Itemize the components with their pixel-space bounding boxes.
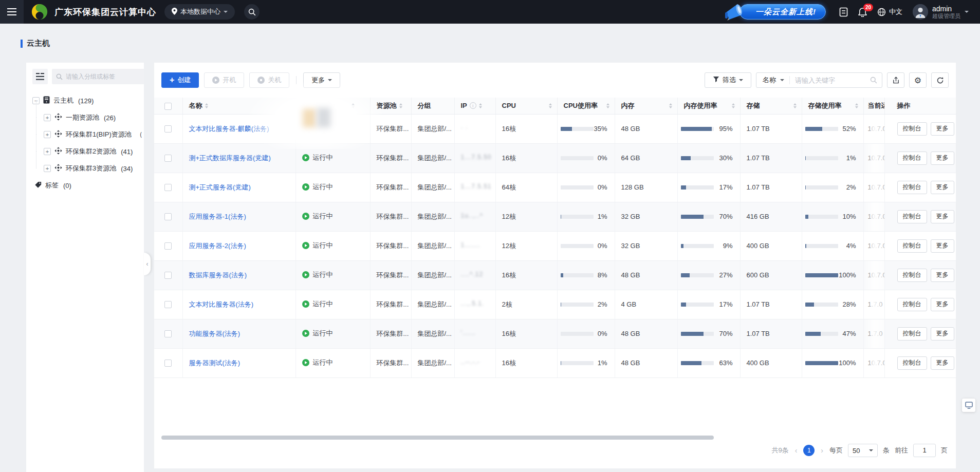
row-more-button[interactable]: 更多 [931,327,954,341]
vm-name-link[interactable]: 功能服务器(法务) [189,330,241,337]
row-more-button[interactable]: 更多 [931,239,954,253]
console-button[interactable]: 控制台 [897,327,927,341]
tree-node-cloud-hosts[interactable]: − 云主机 (129) [32,96,138,106]
power-on-button[interactable]: 开机 [204,72,244,88]
sort-icon[interactable] [855,103,858,108]
search-icon[interactable] [870,77,882,84]
vm-name-link[interactable]: 应用服务器-2(法务) [189,242,246,250]
column-header-memory[interactable]: 内存 [615,98,677,114]
vm-name-link[interactable]: 应用服务器-1(法务) [189,213,246,220]
row-checkbox[interactable] [164,301,172,308]
row-more-button[interactable]: 更多 [931,181,954,194]
console-button[interactable]: 控制台 [897,269,927,282]
menu-toggle-button[interactable] [0,0,24,24]
column-header-cpu-usage[interactable]: CPU使用率 [557,98,615,114]
document-icon[interactable] [839,7,848,17]
sort-icon[interactable] [549,103,552,108]
page-size-select[interactable]: 50 [848,444,878,457]
row-more-button[interactable]: 更多 [931,210,954,223]
current-page-button[interactable]: 1 [803,445,815,456]
console-float-button[interactable] [962,399,975,412]
sort-icon[interactable] [205,103,208,108]
export-button[interactable] [887,72,904,88]
sort-icon[interactable] [732,103,735,108]
tree-node-pool-4[interactable]: + 环保集群3资源池 (34) [44,163,138,174]
console-button[interactable]: 控制台 [897,356,927,370]
more-actions-button[interactable]: 更多 [303,72,340,88]
row-checkbox[interactable] [164,184,172,191]
column-header-pool[interactable]: 资源池 [370,98,411,114]
refresh-button[interactable] [931,72,949,88]
column-header-ip[interactable]: IPi [454,98,495,114]
select-all-checkbox[interactable] [164,103,172,110]
next-page-button[interactable]: › [820,446,824,455]
tree-node-pool-2[interactable]: + 环保集群1(BIP)资源池 （ [44,129,138,140]
tree-node-tags[interactable]: 标签 (0) [34,180,138,191]
power-off-button[interactable]: 关机 [249,72,289,88]
console-button[interactable]: 控制台 [897,152,927,165]
prev-page-button[interactable]: ‹ [794,446,799,455]
row-more-button[interactable]: 更多 [931,152,954,165]
row-more-button[interactable]: 更多 [931,356,954,370]
vm-name-link[interactable]: 数据库服务器(法务) [189,271,247,279]
row-checkbox[interactable] [164,125,172,133]
group-search-input[interactable] [66,73,144,80]
horizontal-scrollbar[interactable] [161,436,714,440]
vm-name-link[interactable]: 服务器测试(法务) [189,359,241,367]
sidebar-collapse-handle[interactable]: ‹ [144,253,151,275]
row-more-button[interactable]: 更多 [931,298,954,311]
column-header-name[interactable]: 名称 [182,98,295,114]
column-header-storage[interactable]: 存储 [740,98,802,114]
expand-box-icon[interactable]: + [44,165,51,172]
expand-box-icon[interactable]: + [44,131,51,138]
notifications-bell-icon[interactable]: 20 [858,7,867,17]
sort-icon[interactable] [793,103,797,108]
topbar-search-button[interactable] [244,4,260,20]
column-header-cpu[interactable]: CPU [495,98,557,114]
user-menu[interactable]: admin 超级管理员 [913,4,969,20]
column-header-memory-usage[interactable]: 内存使用率 [677,98,740,114]
console-button[interactable]: 控制台 [897,122,927,136]
vm-name-link[interactable]: 测+正式服务器(党建) [189,183,251,191]
vm-name-link[interactable]: 测+正式数据库服务器(党建) [189,154,271,162]
row-more-button[interactable]: 更多 [931,269,954,282]
search-field-select[interactable]: 名称 [756,75,789,85]
tree-node-pool-1[interactable]: + 一期资源池 (26) [44,112,138,123]
sort-icon[interactable] [606,103,609,108]
group-search-box[interactable] [52,69,144,84]
tree-view-toggle-button[interactable] [32,69,48,84]
filter-button[interactable]: 筛选 [705,72,751,88]
sort-icon[interactable] [399,103,402,108]
announcement-banner[interactable]: 一朵云全新上线! [739,4,826,20]
info-icon[interactable]: i [470,102,476,109]
column-header-storage-usage[interactable]: 存储使用率 [802,98,863,114]
sort-icon[interactable] [479,103,482,108]
language-selector[interactable]: 中文 [877,7,902,16]
goto-page-input[interactable]: 1 [913,444,936,457]
keyword-search-input[interactable] [790,77,870,84]
console-button[interactable]: 控制台 [897,298,927,311]
datacenter-selector[interactable]: 本地数据中心 [164,4,235,20]
sort-icon[interactable] [669,103,672,108]
column-settings-button[interactable]: ⚙ [909,72,927,88]
column-header-group[interactable]: 分组 [411,98,454,114]
row-checkbox[interactable] [164,360,172,367]
column-header-status[interactable] [295,98,370,114]
tree-node-pool-3[interactable]: + 环保集群2资源池 (41) [44,146,138,157]
row-checkbox[interactable] [164,155,172,162]
sort-icon[interactable] [352,103,355,108]
row-checkbox[interactable] [164,330,172,337]
console-button[interactable]: 控制台 [897,181,927,194]
row-checkbox[interactable] [164,242,172,250]
row-checkbox[interactable] [164,272,172,279]
vm-name-link[interactable]: 文本对比服务器(法务) [189,300,254,308]
column-header-current-host[interactable]: 当前运 [863,98,884,114]
row-more-button[interactable]: 更多 [931,122,954,136]
expand-box-icon[interactable]: + [44,148,51,155]
console-button[interactable]: 控制台 [897,239,927,253]
vm-name-link[interactable]: 文本对比服务器-麒麟(法务) [189,125,269,133]
expand-box-icon[interactable]: + [44,114,51,121]
row-checkbox[interactable] [164,213,172,220]
create-button[interactable]: + 创建 [161,72,199,88]
console-button[interactable]: 控制台 [897,210,927,223]
